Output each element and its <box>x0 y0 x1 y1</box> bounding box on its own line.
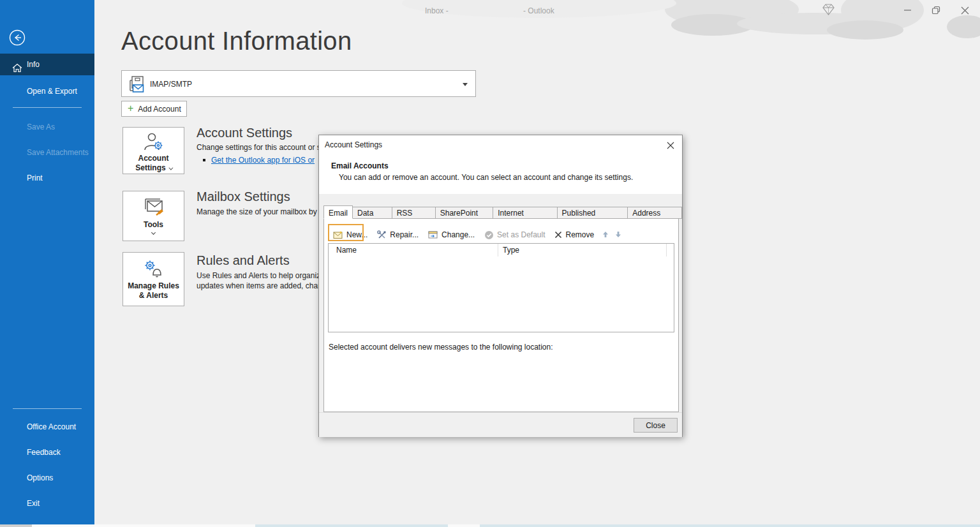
column-divider[interactable] <box>498 244 498 256</box>
email-tab-panel: New... Repair... <box>323 218 679 412</box>
sidebar-item-options[interactable]: Options <box>0 469 94 487</box>
tab-data-files[interactable]: Data Files <box>353 207 392 219</box>
remove-account-button[interactable]: Remove <box>554 230 594 239</box>
sidebar-item-label: Options <box>27 473 53 482</box>
close-button[interactable]: Close <box>634 418 678 433</box>
section-text: Change settings for this account or s <box>197 143 321 152</box>
backstage-sidebar: Info Open & Export Save As Save Attachme… <box>0 0 94 524</box>
tile-label: Manage Rules & Alerts <box>123 281 184 301</box>
dialog-footer: Close <box>319 412 682 437</box>
chevron-down-icon <box>151 230 156 235</box>
accounts-toolbar: New... Repair... <box>333 228 621 241</box>
chevron-down-icon <box>168 166 173 170</box>
sidebar-item-label: Exit <box>27 499 40 508</box>
tools-tile-button[interactable]: Tools <box>122 191 184 241</box>
column-header-name[interactable]: Name <box>336 246 357 255</box>
dialog-title: Account Settings <box>325 140 382 149</box>
remove-x-icon <box>554 231 562 239</box>
sidebar-item-feedback[interactable]: Feedback <box>0 443 94 461</box>
restore-icon[interactable] <box>922 0 950 20</box>
rules-alerts-icon <box>123 258 184 281</box>
email-accounts-description: You can add or remove an account. You ca… <box>339 173 633 182</box>
sidebar-item-label: Open & Export <box>27 87 77 96</box>
window-title-inbox: Inbox - <box>425 6 449 15</box>
bullet-icon <box>203 159 205 161</box>
sidebar-item-label: Office Account <box>27 422 76 431</box>
tab-internet-calendars[interactable]: Internet Calendars <box>493 207 557 219</box>
new-button-highlight-annotation <box>328 224 364 241</box>
taskbar-segment <box>448 524 480 527</box>
chevron-down-icon <box>463 83 468 86</box>
close-window-icon[interactable] <box>951 0 979 20</box>
dialog-titlebar: Account Settings <box>319 135 682 154</box>
sidebar-divider <box>13 408 82 409</box>
move-up-icon[interactable] <box>602 231 609 239</box>
page-title: Account Information <box>121 27 352 56</box>
section-heading-rules-alerts: Rules and Alerts <box>197 253 290 268</box>
tab-address-books[interactable]: Address Books <box>628 207 682 219</box>
change-account-button[interactable]: Change... <box>428 230 475 239</box>
section-link-row: Get the Outlook app for iOS or <box>203 156 315 165</box>
add-account-button[interactable]: + Add Account <box>121 101 187 117</box>
section-heading-mailbox-settings: Mailbox Settings <box>197 189 290 204</box>
dialog-header: Email Accounts You can add or remove an … <box>319 154 682 194</box>
home-icon <box>12 59 22 81</box>
sidebar-item-save-attachments: Save Attachments <box>0 144 94 161</box>
add-account-label: Add Account <box>138 105 181 114</box>
account-selector-dropdown[interactable]: IMAP/SMTP <box>121 70 476 97</box>
sidebar-item-label: Feedback <box>27 448 61 457</box>
taskbar-segment <box>255 524 448 527</box>
delivery-location-note: Selected account delivers new messages t… <box>329 343 553 352</box>
repair-icon <box>377 230 387 239</box>
section-heading-account-settings: Account Settings <box>197 126 292 140</box>
manage-rules-tile-button[interactable]: Manage Rules & Alerts <box>122 252 184 306</box>
set-as-default-button: Set as Default <box>484 230 545 240</box>
sidebar-item-label: Save As <box>27 122 55 131</box>
outlook-window: Inbox - - Outlook <box>0 0 980 527</box>
account-settings-tile-button[interactable]: Account Settings <box>122 127 184 174</box>
sidebar-divider <box>13 107 82 108</box>
mailbox-cleanup-icon <box>123 197 184 220</box>
account-settings-icon <box>123 132 184 154</box>
sidebar-item-label: Info <box>27 60 40 69</box>
taskbar-edge <box>0 524 980 527</box>
account-settings-dialog: Account Settings Email Accounts You can … <box>318 135 683 437</box>
sidebar-item-print[interactable]: Print <box>0 169 94 187</box>
dialog-close-icon[interactable] <box>665 140 676 151</box>
email-accounts-heading: Email Accounts <box>331 161 389 170</box>
sidebar-item-office-account[interactable]: Office Account <box>0 418 94 436</box>
taskbar-segment <box>32 524 255 527</box>
accounts-list[interactable]: Name Type <box>328 243 674 332</box>
tile-label: Account Settings <box>123 154 184 173</box>
account-type-value: IMAP/SMTP <box>150 80 192 89</box>
reorder-buttons <box>602 231 621 239</box>
mailbox-account-icon <box>128 75 147 97</box>
section-text: Use Rules and Alerts to help organiz <box>197 271 320 280</box>
back-button[interactable] <box>9 29 26 46</box>
taskbar-segment <box>0 524 32 527</box>
sidebar-item-exit[interactable]: Exit <box>0 494 94 512</box>
taskbar-segment <box>480 524 980 527</box>
tab-published-calendars[interactable]: Published Calendars <box>558 207 628 219</box>
get-outlook-app-link[interactable]: Get the Outlook app for iOS or <box>211 156 315 165</box>
column-header-type[interactable]: Type <box>503 246 519 255</box>
move-down-icon[interactable] <box>615 231 621 239</box>
default-check-icon <box>484 230 494 240</box>
dialog-tab-row: Email Data Files RSS Feeds SharePoint Li… <box>323 205 682 219</box>
tab-rss-feeds[interactable]: RSS Feeds <box>392 207 436 219</box>
window-title-outlook: - Outlook <box>523 6 554 15</box>
repair-account-button[interactable]: Repair... <box>377 230 419 239</box>
premium-diamond-icon <box>822 3 835 16</box>
tile-label: Tools <box>123 220 184 234</box>
change-icon <box>428 230 438 239</box>
section-text: Manage the size of your mailbox by <box>197 207 317 216</box>
sidebar-item-info[interactable]: Info <box>0 54 94 75</box>
tab-email[interactable]: Email <box>323 205 353 219</box>
tab-sharepoint-lists[interactable]: SharePoint Lists <box>436 207 494 219</box>
sidebar-item-label: Print <box>27 174 43 182</box>
cloud-decoration <box>827 20 903 40</box>
sidebar-item-open-export[interactable]: Open & Export <box>0 82 94 100</box>
minimize-icon[interactable] <box>894 0 922 20</box>
column-divider[interactable] <box>666 244 667 256</box>
titlebar: Inbox - - Outlook <box>0 0 980 20</box>
